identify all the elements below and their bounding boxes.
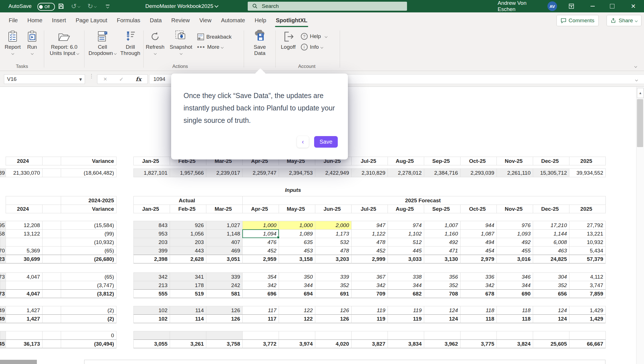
info-button[interactable]: i Info [301,43,323,51]
collapse-ribbon-icon[interactable] [635,64,637,69]
month-value-cell[interactable]: 3,834 [388,339,424,348]
redo-icon[interactable]: ↻ [86,0,97,12]
month-value-cell[interactable]: 118 [460,314,497,323]
report-button[interactable]: Report [3,30,23,54]
cell-dropdown-button[interactable]: CellDropdown [87,30,118,56]
month-value-cell[interactable]: 2,259,747 [242,168,279,177]
spacer-cell[interactable] [42,255,61,263]
year-2024-cell[interactable]: 4,047 [6,289,43,298]
spacer-cell[interactable] [42,238,61,247]
month-value-cell[interactable]: 341 [170,272,206,281]
month-value-cell[interactable] [206,331,243,340]
month-value-cell[interactable]: 1,102 [388,229,424,238]
month-value-cell[interactable]: 478 [351,238,388,247]
month-value-cell[interactable]: 119 [388,306,424,315]
report-units-input-button[interactable]: Report: 6.0Units Input [46,30,82,56]
month-value-cell[interactable]: 102 [133,306,170,315]
month-value-cell[interactable]: 3,758 [206,339,243,348]
month-value-cell[interactable]: 122 [279,314,315,323]
month-value-cell[interactable]: 555 [133,289,170,298]
year-2024-cell[interactable] [6,331,43,340]
spacer-cell[interactable] [42,289,61,298]
spacer-cell[interactable] [42,306,61,315]
month-value-cell[interactable]: 454 [460,246,497,255]
variance-span-header-cell[interactable]: 2024-2025 [61,196,117,205]
spacer-cell[interactable] [42,331,61,340]
month-value-cell[interactable]: 126 [315,306,352,315]
row-id-partial-cell[interactable]: 49 [0,306,6,315]
month-value-cell[interactable]: 344 [388,281,424,290]
month-value-cell[interactable]: 39,934,552 [569,168,606,177]
month-value-cell[interactable]: 3,827 [351,339,388,348]
month-value-cell[interactable]: 2,310,829 [351,168,388,177]
insert-function-icon[interactable]: fx [136,76,142,83]
month-value-cell[interactable]: 27,792 [569,221,606,230]
month-value-cell[interactable]: 974 [388,221,424,230]
forecast-span-header-cell[interactable]: 2025 Forecast [242,196,606,205]
year-header-cell[interactable]: 2024 [6,205,43,213]
save-icon[interactable] [56,0,66,12]
tab-help[interactable]: Help [250,12,271,28]
variance-header-cell[interactable]: Variance [61,157,117,165]
month-value-cell[interactable]: 452 [242,246,279,255]
month-value-cell[interactable]: 2,261,110 [497,168,533,177]
month-value-cell[interactable]: 339 [315,272,352,281]
month-value-cell[interactable]: 126 [206,314,243,323]
month-value-cell[interactable]: 352 [424,281,460,290]
month-value-cell[interactable]: 124 [533,306,569,315]
month-value-cell[interactable]: 122 [279,306,315,315]
month-value-cell[interactable]: 1,094 [242,229,279,238]
cancel-icon[interactable]: × [103,76,107,83]
maximize-button[interactable] [606,0,618,12]
month-value-cell[interactable]: 1,007 [424,221,460,230]
month-value-cell[interactable]: 124 [424,306,460,315]
month-value-cell[interactable]: 118 [497,314,533,323]
ribbon-display-options-icon[interactable] [565,0,578,12]
month-value-cell[interactable]: 926 [170,221,206,230]
row-id-partial-cell[interactable] [0,281,6,290]
share-button[interactable]: Share [607,15,641,26]
variance-cell[interactable]: (30,494) [61,339,117,348]
month-value-cell[interactable]: 6,008 [533,238,569,247]
spacer-cell[interactable] [42,205,61,213]
month-value-cell[interactable] [170,331,206,340]
variance-cell[interactable]: (26,680) [61,255,117,263]
month-value-cell[interactable]: 1,173 [315,229,352,238]
month-value-cell[interactable]: 2,293,039 [460,168,497,177]
month-value-cell[interactable]: 102 [133,314,170,323]
enter-icon[interactable]: ✓ [119,76,124,83]
year-2024-cell[interactable]: 4,047 [6,272,43,281]
month-header-cell[interactable]: Jan-25 [133,157,170,165]
month-value-cell[interactable]: 354 [242,272,279,281]
month-header-cell[interactable]: 2025 [569,157,606,165]
month-value-cell[interactable]: 3,974 [279,339,315,348]
popup-back-button[interactable]: ‹ [297,136,309,148]
month-value-cell[interactable]: 124 [424,314,460,323]
month-value-cell[interactable]: 3,962 [424,339,460,348]
month-value-cell[interactable]: 5,434 [569,246,606,255]
month-value-cell[interactable]: 242 [206,281,243,290]
save-data-button[interactable]: SaveData [249,30,270,56]
month-value-cell[interactable]: 338 [388,272,424,281]
year-2024-cell[interactable]: 1,427 [6,306,43,315]
month-value-cell[interactable]: 118 [460,306,497,315]
month-value-cell[interactable]: 3,772 [242,339,279,348]
month-value-cell[interactable]: 1,148 [206,229,243,238]
month-value-cell[interactable]: 492 [424,238,460,247]
name-box[interactable]: V16 ▾ [4,74,85,84]
row-id-partial-cell[interactable]: 70 [0,246,6,255]
month-value-cell[interactable]: 336 [460,272,497,281]
month-value-cell[interactable]: 944 [460,221,497,230]
variance-cell[interactable]: (3,747) [61,281,117,290]
month-value-cell[interactable]: 3,055 [133,339,170,348]
month-value-cell[interactable]: 2,422,949 [315,168,352,177]
month-value-cell[interactable]: 455 [497,246,533,255]
month-header-cell[interactable]: Jun-25 [315,205,352,213]
month-value-cell[interactable]: 463 [533,246,569,255]
month-value-cell[interactable]: 1,160 [424,229,460,238]
spacer-cell[interactable] [42,157,61,165]
month-value-cell[interactable]: 13,221 [569,229,606,238]
spacer-cell[interactable] [42,221,61,230]
month-value-cell[interactable] [533,331,569,340]
month-header-cell[interactable]: Jul-25 [351,205,388,213]
